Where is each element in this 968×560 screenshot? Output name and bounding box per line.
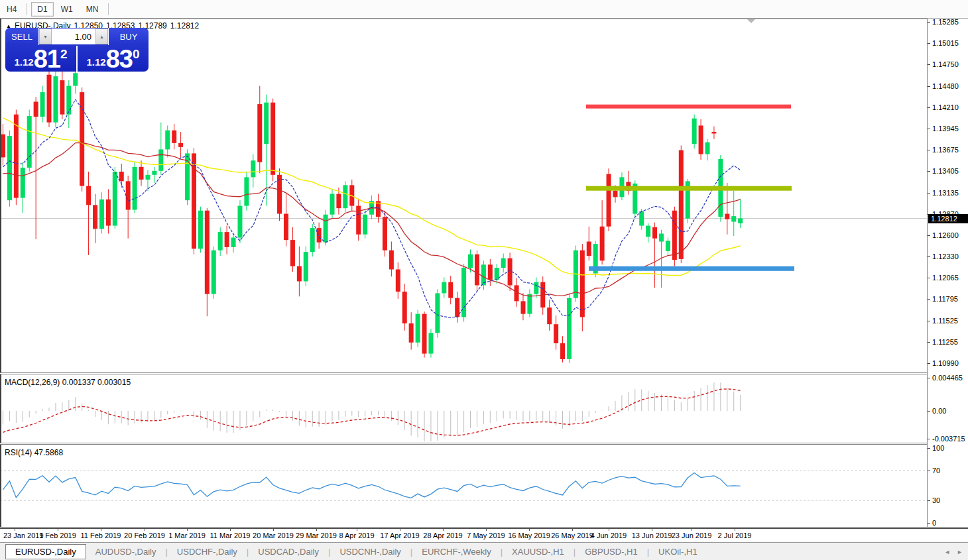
- candle: [547, 308, 552, 324]
- axis-tick: [928, 86, 930, 87]
- pane-splitter[interactable]: [0, 443, 968, 445]
- candle: [178, 143, 183, 147]
- price-axis[interactable]: 1.152851.150151.147501.144801.142101.139…: [927, 19, 968, 527]
- candle: [402, 292, 407, 323]
- rsi-indicator-pane[interactable]: [0, 445, 927, 527]
- candle: [428, 333, 433, 353]
- candle: [47, 75, 52, 123]
- date-tick: [692, 529, 692, 531]
- candle: [40, 92, 45, 117]
- support-level-line[interactable]: [589, 266, 794, 271]
- candle: [488, 264, 493, 280]
- chart-tab-eurchf-weekly[interactable]: EURCHF-,Weekly: [412, 545, 501, 559]
- volume-decrease-button[interactable]: ▼: [39, 28, 52, 44]
- macd-axis-label: 0.00: [932, 407, 946, 415]
- date-tick: [187, 529, 188, 531]
- trade-panel-prices: 1.12 81 2 1.12 83 0: [5, 46, 149, 72]
- candle: [580, 251, 585, 317]
- candle: [738, 219, 743, 223]
- price-axis-label: 1.14750: [932, 60, 959, 68]
- date-axis-label: 16 May 2019: [508, 532, 550, 539]
- date-tick: [58, 529, 58, 531]
- date-tick: [230, 529, 231, 531]
- price-axis-label: 1.13405: [932, 167, 959, 175]
- candle: [192, 153, 196, 249]
- price-axis-label: 1.14210: [932, 103, 959, 111]
- candle: [652, 227, 657, 239]
- mid-level-level-line[interactable]: [586, 186, 792, 191]
- candle: [60, 80, 64, 115]
- candle: [501, 258, 506, 268]
- timeframe-mn-button[interactable]: MN: [80, 2, 105, 17]
- buy-price-display[interactable]: 1.12 83 0: [78, 46, 149, 72]
- candle: [225, 232, 229, 247]
- macd-axis-label: -0.003715: [932, 435, 965, 443]
- date-axis-label: 11 Mar 2019: [210, 532, 251, 539]
- chart-tab-usdchf-daily[interactable]: USDCHF-,Daily: [168, 545, 247, 559]
- pane-splitter[interactable]: [0, 372, 968, 374]
- price-axis-label: 1.13135: [932, 189, 959, 197]
- axis-tick: [928, 22, 930, 23]
- price-axis-label: 1.13675: [932, 146, 959, 154]
- main-price-chart[interactable]: [0, 19, 927, 372]
- date-axis-label: 23 Jan 2019: [3, 532, 44, 539]
- candle: [53, 76, 58, 123]
- date-axis-label: 20 Feb 2019: [124, 532, 165, 539]
- candle: [231, 238, 236, 247]
- resistance-level-line[interactable]: [586, 105, 791, 109]
- candle: [705, 142, 710, 154]
- date-axis-label: 8 Apr 2019: [339, 532, 374, 539]
- chart-tab-audusd-daily[interactable]: AUDUSD-,Daily: [86, 545, 166, 559]
- timeframe-h4-button[interactable]: H4: [1, 2, 23, 17]
- date-axis-label: 4 Jun 2019: [591, 532, 627, 539]
- chart-tab-usdcnh-daily[interactable]: USDCNH-,Daily: [330, 545, 410, 559]
- candle: [106, 199, 111, 226]
- candle: [725, 214, 729, 219]
- sell-button[interactable]: SELL: [5, 28, 39, 45]
- candle: [126, 181, 131, 209]
- candle: [113, 172, 117, 226]
- date-tick: [316, 529, 317, 531]
- candle: [560, 343, 565, 359]
- volume-increase-button[interactable]: ▲: [95, 28, 108, 44]
- candle: [666, 241, 670, 251]
- candle: [27, 116, 32, 168]
- macd-indicator-pane[interactable]: [0, 374, 927, 443]
- candle: [152, 171, 156, 175]
- candle: [284, 214, 288, 241]
- chart-tab-usdcad-daily[interactable]: USDCAD-,Daily: [249, 545, 328, 559]
- price-axis-label: 1.11795: [932, 295, 958, 303]
- date-axis-label: 23 Jun 2019: [672, 532, 712, 539]
- candle: [205, 211, 210, 294]
- buy-button[interactable]: BUY: [108, 28, 149, 45]
- tab-scroll-left-icon[interactable]: ◄: [944, 549, 950, 555]
- chart-tab-xauusd-h1[interactable]: XAUUSD-,H1: [503, 545, 574, 559]
- tab-scroll-right-icon[interactable]: ►: [957, 549, 963, 555]
- candle: [271, 103, 275, 175]
- chart-tab-bar: EURUSD-,DailyAUDUSD-,Daily|USDCHF-,Daily…: [0, 542, 968, 560]
- volume-input[interactable]: [52, 28, 95, 44]
- candle: [133, 167, 137, 210]
- axis-tick: [928, 439, 930, 439]
- date-tick: [443, 529, 444, 531]
- timeframe-toolbar: H4 D1 W1 MN: [0, 0, 968, 19]
- date-axis-label: 17 Apr 2019: [380, 532, 419, 539]
- price-axis-label: 1.13945: [932, 125, 959, 133]
- buy-price-sup: 0: [133, 47, 140, 62]
- candle: [158, 149, 163, 170]
- timeframe-w1-button[interactable]: W1: [55, 2, 79, 17]
- chart-tab-ukoil-h1[interactable]: UKOil-,H1: [649, 545, 707, 559]
- chart-tab-eurusd-daily[interactable]: EURUSD-,Daily: [5, 544, 86, 559]
- chart-tab-gbpusd-h1[interactable]: GBPUSD-,H1: [575, 545, 646, 559]
- timeframe-d1-button[interactable]: D1: [31, 2, 53, 17]
- volume-stepper: ▼ ▲: [39, 28, 108, 44]
- rsi-axis-label: 100: [932, 444, 944, 452]
- candle: [93, 205, 97, 229]
- date-tick: [357, 529, 357, 531]
- date-axis[interactable]: 23 Jan 20191 Feb 201911 Feb 201920 Feb 2…: [0, 529, 927, 542]
- macd-indicator-label: MACD(12,26,9) 0.001337 0.003015: [5, 378, 131, 387]
- axis-tick: [928, 256, 930, 257]
- candle: [324, 215, 328, 243]
- candle: [1, 135, 5, 158]
- sell-price-display[interactable]: 1.12 81 2: [5, 46, 78, 72]
